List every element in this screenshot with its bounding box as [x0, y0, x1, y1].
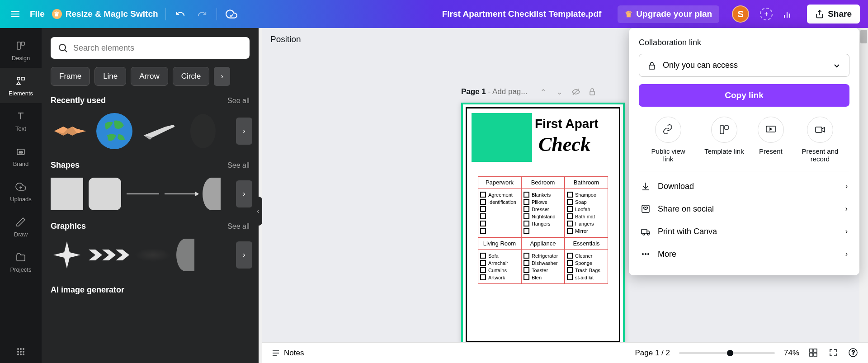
chip-frame[interactable]: Frame — [51, 67, 90, 86]
svg-point-24 — [20, 354, 22, 355]
rail-draw[interactable]: Draw — [0, 209, 42, 244]
category-chips: Frame Line Arrow Circle › — [51, 67, 250, 86]
download-action[interactable]: Download › — [639, 175, 849, 198]
heart-icon — [641, 204, 651, 214]
access-level-select[interactable]: Only you can access — [639, 54, 849, 77]
present-option[interactable]: Present — [758, 117, 784, 163]
elements-panel: Frame Line Arrow Circle › Recently used … — [42, 28, 259, 363]
svg-text:co: co — [19, 150, 23, 154]
checklist-column: BathroomShampooSoapLoofahBath matHangers… — [565, 176, 608, 237]
chevron-down-icon — [833, 61, 841, 70]
ai-image-heading: AI image generator — [51, 285, 124, 295]
document-title[interactable]: First Apartment Checklist Template.pdf — [442, 9, 602, 19]
svg-rect-36 — [814, 349, 817, 352]
visibility-icon[interactable] — [571, 87, 581, 97]
template-link-option[interactable]: Template link — [704, 117, 744, 163]
left-nav-rail: Design Elements Text co Brand Uploads Dr… — [0, 28, 42, 363]
help-icon[interactable]: ? — [848, 348, 859, 358]
cloud-sync-icon[interactable] — [224, 7, 239, 21]
checklist-item: Artwork — [480, 274, 519, 280]
undo-icon[interactable] — [173, 7, 188, 21]
element-thumbnail[interactable] — [176, 239, 194, 271]
element-thumbnail[interactable] — [89, 244, 129, 266]
checkbox-icon — [480, 267, 486, 273]
see-all-link[interactable]: See all — [227, 161, 250, 170]
element-thumbnail[interactable] — [51, 178, 83, 210]
element-thumbnail[interactable] — [51, 112, 90, 151]
chip-arrow[interactable]: Arrow — [131, 67, 168, 86]
upgrade-plan-button[interactable]: ♛ Upgrade your plan — [618, 5, 719, 23]
checkbox-icon — [567, 260, 573, 266]
position-button[interactable]: Position — [270, 34, 301, 44]
checkbox-icon — [567, 228, 573, 234]
add-collaborator-icon[interactable]: + — [760, 8, 773, 20]
column-header: Living Room — [478, 238, 521, 250]
element-thumbnail[interactable] — [203, 178, 221, 210]
copy-link-button[interactable]: Copy link — [639, 84, 849, 107]
checkbox-icon — [567, 253, 573, 259]
print-canva-action[interactable]: Print with Canva › — [639, 220, 849, 243]
grid-view-icon[interactable] — [808, 348, 819, 358]
element-thumbnail[interactable] — [165, 193, 197, 194]
checkbox-icon — [480, 260, 486, 266]
doc-title: First Apart — [535, 117, 599, 131]
rail-elements[interactable]: Elements — [0, 68, 42, 103]
page-label[interactable]: Page 1 - Add pag... — [461, 87, 528, 96]
rail-projects[interactable]: Projects — [0, 244, 42, 279]
present-icon — [765, 124, 777, 136]
element-thumbnail[interactable] — [139, 112, 178, 151]
element-thumbnail[interactable] — [127, 193, 159, 194]
svg-marker-45 — [770, 128, 772, 130]
user-avatar[interactable]: S — [732, 5, 749, 23]
collapse-panel-icon[interactable]: ‹ — [254, 197, 262, 226]
svg-point-29 — [190, 114, 216, 148]
page-down-icon[interactable]: ⌄ — [555, 87, 565, 97]
search-input-container[interactable] — [51, 37, 250, 59]
collaboration-link-label: Collaboration link — [639, 38, 849, 47]
chip-line[interactable]: Line — [94, 67, 126, 86]
see-all-link[interactable]: See all — [227, 97, 250, 105]
vertical-scrollbar[interactable] — [859, 28, 868, 342]
more-action[interactable]: More › — [639, 243, 849, 265]
scroll-next-icon[interactable]: › — [236, 118, 252, 145]
analytics-icon[interactable] — [780, 7, 794, 21]
share-button[interactable]: Share — [807, 5, 860, 24]
svg-rect-10 — [21, 77, 24, 80]
rail-text[interactable]: Text — [0, 103, 42, 138]
file-menu[interactable]: File — [30, 9, 45, 19]
element-thumbnail[interactable] — [89, 178, 121, 210]
page-up-icon[interactable]: ⌃ — [538, 87, 548, 97]
element-thumbnail[interactable] — [95, 112, 134, 151]
chip-scroll-next[interactable]: › — [214, 67, 230, 86]
checklist-item: Trash Bags — [567, 267, 606, 273]
rail-brand[interactable]: co Brand — [0, 138, 42, 174]
see-all-link[interactable]: See all — [227, 222, 250, 231]
search-input[interactable] — [73, 43, 242, 53]
element-thumbnail[interactable] — [51, 239, 83, 271]
rail-apps[interactable] — [0, 340, 42, 363]
svg-point-20 — [17, 351, 19, 353]
rail-uploads[interactable]: Uploads — [0, 174, 42, 209]
column-header: Appliance — [522, 238, 564, 250]
share-popover: Collaboration link Only you can access C… — [629, 28, 859, 275]
resize-magic-switch-button[interactable]: ♛ Resize & Magic Switch — [52, 9, 158, 19]
lock-icon[interactable] — [587, 87, 597, 97]
checkbox-icon — [567, 267, 573, 273]
hamburger-menu-icon[interactable] — [8, 7, 23, 21]
scroll-next-icon[interactable]: › — [236, 241, 252, 269]
present-record-option[interactable]: Present and record — [797, 117, 843, 163]
search-icon — [58, 43, 68, 53]
notes-button[interactable]: Notes — [271, 349, 304, 358]
redo-icon[interactable] — [195, 7, 209, 21]
document-page[interactable]: First Apart Check PaperworkAgreementIden… — [461, 103, 625, 347]
element-thumbnail[interactable] — [184, 112, 222, 151]
share-social-action[interactable]: Share on social › — [639, 198, 849, 220]
rail-design[interactable]: Design — [0, 33, 42, 68]
fullscreen-icon[interactable] — [828, 348, 839, 358]
zoom-slider[interactable] — [679, 352, 775, 354]
element-thumbnail[interactable] — [135, 248, 171, 262]
scroll-next-icon[interactable]: › — [236, 180, 252, 207]
chip-circle[interactable]: Circle — [173, 67, 209, 86]
svg-point-53 — [642, 253, 644, 255]
public-view-link-option[interactable]: Public view link — [646, 117, 691, 163]
